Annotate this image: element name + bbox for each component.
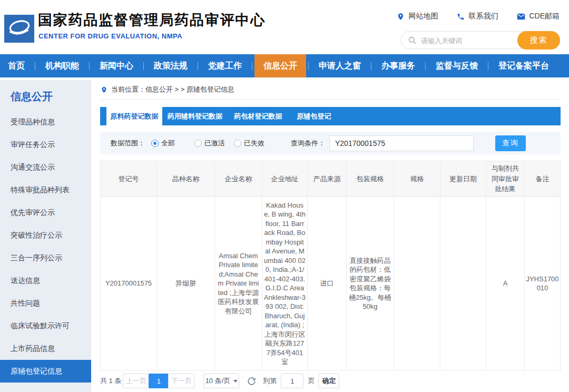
nav-supervision-feedback[interactable]: 监督与反馈 (428, 54, 486, 77)
nav-functions[interactable]: 机构职能 (37, 54, 87, 77)
nav-services[interactable]: 办事服务 (374, 54, 423, 77)
link-cde-mail-label: CDE邮箱 (529, 12, 560, 21)
sidebar-item-common-issues[interactable]: 共性问题 (0, 292, 91, 315)
site-search[interactable]: 请输入关键词 搜索 (400, 31, 560, 49)
chevron-down-icon (233, 380, 238, 383)
next-page-button[interactable]: 下一页 (168, 374, 194, 388)
results-table: 登记号 品种名称 企业名称 企业地址 产品来源 包装规格 规格 更新日期 与制剂… (100, 161, 561, 371)
nav-divider (371, 62, 371, 70)
page-unit-label: 页 (308, 376, 315, 386)
sidebar-item-communication[interactable]: 沟通交流公示 (0, 156, 91, 179)
breadcrumb: 当前位置：信息公开 > > 原辅包登记信息 (100, 80, 561, 100)
nav-policies[interactable]: 政策法规 (146, 54, 195, 77)
link-contact-us-label: 联系我们 (468, 12, 498, 21)
nav-info-disclosure[interactable]: 信息公开 (254, 54, 306, 77)
link-contact-us[interactable]: 联系我们 (457, 12, 498, 21)
col-spec: 规格 (394, 161, 440, 197)
nav-divider (308, 62, 309, 70)
nav-divider (143, 62, 144, 70)
col-remark: 备注 (525, 161, 561, 197)
main-content: 当前位置：信息公开 > > 原辅包登记信息 原料药登记数据 药用辅料登记数据 药… (100, 80, 561, 392)
sidebar-item-accepted-varieties[interactable]: 受理品种信息 (0, 111, 91, 133)
col-product-name: 品种名称 (157, 161, 215, 197)
link-site-map[interactable]: 网站地图 (397, 12, 438, 21)
cell-company-address: Kakad House, B wing, 4th floor, 11 Barra… (262, 197, 308, 370)
tab-packaging-registration[interactable]: 药包材登记数据 (228, 107, 289, 125)
sidebar-item-three-in-one[interactable]: 三合一序列公示 (0, 247, 91, 269)
sidebar: 信息公开 受理品种信息 审评任务公示 沟通交流公示 特殊审批品种列表 优先审评公… (0, 80, 91, 392)
sidebar-item-raw-material-registration[interactable]: 原辅包登记信息 (0, 360, 91, 383)
nav-party-building[interactable]: 党建工作 (200, 54, 250, 77)
goto-page-input[interactable] (281, 374, 303, 388)
main-nav: 首页 机构职能 新闻中心 政策法规 党建工作 信息公开 申请人之窗 办事服务 监… (0, 54, 569, 77)
breadcrumb-text: 当前位置：信息公开 > > 原辅包登记信息 (111, 85, 234, 94)
search-placeholder: 请输入关键词 (421, 36, 462, 46)
col-joint-review: 与制剂共同审批审批结果 (486, 161, 525, 197)
current-page-button[interactable]: 1 (149, 374, 169, 388)
tab-raw-aux-pack[interactable]: 原辅包登记 (289, 107, 339, 125)
cell-product-name: 异烟肼 (157, 197, 215, 370)
goto-page-label: 到第 (263, 376, 277, 386)
radio-expired[interactable] (234, 140, 241, 147)
cell-joint-review: A (486, 197, 525, 370)
nav-applicant-window[interactable]: 申请人之窗 (311, 54, 369, 77)
nav-divider (425, 62, 426, 70)
header-quick-links: 网站地图 联系我们 CDE邮箱 (378, 12, 560, 21)
link-cde-mail[interactable]: CDE邮箱 (517, 12, 560, 21)
radio-activated[interactable] (194, 140, 202, 147)
confirm-button[interactable]: 确定 (318, 374, 339, 388)
sidebar-item-marketed-drugs[interactable]: 上市药品信息 (0, 337, 91, 360)
phone-icon (457, 13, 465, 21)
page-size-select[interactable]: 10 条/页 (203, 374, 239, 388)
radio-all-label: 全部 (161, 139, 175, 148)
location-pin-icon (397, 13, 405, 21)
query-label: 查询条件： (291, 139, 325, 148)
sidebar-item-review-tasks[interactable]: 审评任务公示 (0, 133, 91, 156)
col-packaging: 包装规格 (347, 161, 394, 197)
col-company-name: 企业名称 (215, 161, 262, 197)
sidebar-item-special-approval[interactable]: 特殊审批品种列表 (0, 179, 91, 201)
site-header: 国家药品监督管理局药品审评中心 CENTER FOR DRUG EVALUATI… (0, 0, 569, 54)
nav-divider (198, 62, 198, 70)
cell-registration-no: Y20170001575 (101, 197, 157, 370)
cde-logo (4, 15, 34, 43)
table-row: Y20170001575 异烟肼 Amsal Chem Private limi… (101, 197, 561, 370)
prev-page-button[interactable]: 上一页 (123, 374, 149, 388)
tab-bar: 原料药登记数据 药用辅料登记数据 药包材登记数据 原辅包登记 (100, 107, 561, 125)
query-input[interactable] (329, 135, 474, 151)
sidebar-item-priority-review[interactable]: 优先审评公示 (0, 201, 91, 224)
refresh-icon[interactable] (247, 376, 257, 386)
nav-home[interactable]: 首页 (0, 54, 33, 77)
col-company-address: 企业地址 (262, 161, 308, 197)
radio-expired-label: 已失效 (244, 139, 264, 148)
nav-divider (488, 62, 488, 70)
table-header-row: 登记号 品种名称 企业名称 企业地址 产品来源 包装规格 规格 更新日期 与制剂… (101, 161, 561, 197)
search-button[interactable]: 搜索 (517, 31, 560, 50)
sidebar-title: 信息公开 (0, 80, 91, 111)
site-title: 国家药品监督管理局药品审评中心 (38, 11, 266, 30)
location-pin-icon (101, 86, 107, 93)
radio-all[interactable] (151, 140, 159, 147)
nav-news[interactable]: 新闻中心 (92, 54, 141, 77)
cell-company-name: Amsal Chem Private limited;Amsal Chem Pr… (215, 197, 262, 370)
nav-divider (252, 62, 252, 70)
query-button[interactable]: 查询 (495, 135, 526, 151)
cell-spec (394, 197, 440, 370)
cell-remark: JYHS1700010 (525, 197, 561, 370)
total-count: 共 1 条 (100, 376, 121, 386)
tab-api-registration[interactable]: 原料药登记数据 (106, 107, 162, 125)
col-origin: 产品来源 (308, 161, 347, 197)
sidebar-item-breakthrough-therapy[interactable]: 突破性治疗公示 (0, 224, 91, 247)
nav-divider (35, 62, 35, 70)
sidebar-item-delivery-info[interactable]: 送达信息 (0, 269, 91, 292)
cell-packaging: 直接接触药品的药包材：低密度聚乙烯袋包装规格：每桶25kg。每桶50kg (347, 197, 394, 370)
search-icon (408, 36, 417, 45)
cell-update-date (440, 197, 486, 370)
tab-excipient-registration[interactable]: 药用辅料登记数据 (162, 107, 228, 125)
nav-divider (89, 62, 90, 70)
nav-registration-platform[interactable]: 登记备案平台 (490, 54, 557, 77)
link-site-map-label: 网站地图 (408, 12, 438, 21)
pagination: 共 1 条 上一页 1 下一页 10 条/页 到第 页 确定 (100, 374, 561, 388)
cell-origin: 进口 (308, 197, 347, 370)
sidebar-item-clinical-trial-license[interactable]: 临床试验默示许可 (0, 315, 91, 337)
